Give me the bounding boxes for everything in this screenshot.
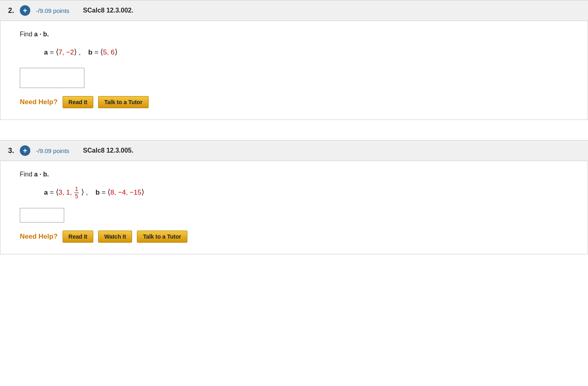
problem-3-need-help-label: Need Help? [20,233,58,241]
problem-2-talk-to-tutor-button[interactable]: Talk to a Tutor [98,96,148,108]
problem-2-answer-input[interactable] [20,68,84,88]
problem-3: 3. + -/9.09 points SCalc8 12.3.005. Find… [0,140,588,254]
problem-3-read-it-button[interactable]: Read It [63,231,94,243]
problem-2-number: 2. [8,6,14,15]
problem-3-bold-instruction: a · b. [34,171,49,178]
problem-2-instruction: Find a · b. [20,31,575,38]
problem-3-header: 3. + -/9.09 points SCalc8 12.3.005. [0,140,588,161]
problems-container: 2. + -/9.09 points SCalc8 12.3.002. Find… [0,0,588,254]
problem-2-need-help-row: Need Help? Read It Talk to a Tutor [20,96,575,108]
problem-2-id: SCalc8 12.3.002. [83,7,134,14]
problem-2-read-it-button[interactable]: Read It [63,96,94,108]
problem-2-equation: a = ⟨7, −2⟩ , b = ⟨5, 6⟩ [20,44,575,60]
problem-3-body: Find a · b. a = ⟨3, 1, 1 5 ⟩ , b = ⟨8, −… [0,161,588,254]
problem-3-talk-to-tutor-button[interactable]: Talk to a Tutor [137,231,187,243]
problem-2: 2. + -/9.09 points SCalc8 12.3.002. Find… [0,0,588,120]
problem-3-id: SCalc8 12.3.005. [83,147,134,154]
problem-2-bold-instruction: a · b. [34,31,49,38]
problem-3-points: -/9.09 points [36,147,69,154]
problem-3-equation: a = ⟨3, 1, 1 5 ⟩ , b = ⟨8, −4, −15⟩ [20,185,575,200]
problem-3-number: 3. [8,147,14,155]
problem-2-need-help-label: Need Help? [20,98,58,106]
problem-2-points: -/9.09 points [36,7,69,14]
problem-3-watch-it-button[interactable]: Watch It [98,231,132,243]
problem-2-header: 2. + -/9.09 points SCalc8 12.3.002. [0,0,588,21]
problem-2-body: Find a · b. a = ⟨7, −2⟩ , b = ⟨5, 6⟩ Nee… [0,21,588,120]
problem-3-add-icon[interactable]: + [20,145,30,156]
problem-3-answer-input[interactable] [20,208,64,222]
problem-3-need-help-row: Need Help? Read It Watch It Talk to a Tu… [20,231,575,243]
problem-3-instruction: Find a · b. [20,171,575,178]
problem-2-add-icon[interactable]: + [20,5,30,16]
